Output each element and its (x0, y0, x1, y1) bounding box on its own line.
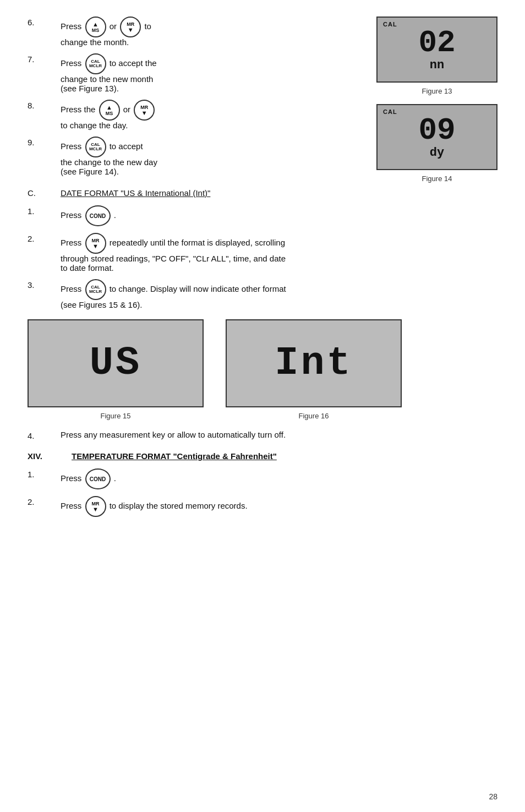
figure-14-sub: dy (430, 146, 444, 160)
item-9-text-before: Press (61, 141, 84, 151)
item-7-text-before: Press (61, 58, 84, 68)
figure-13-cal: CAL (383, 21, 397, 28)
figure-15-text: US (90, 341, 141, 386)
btn-mr-label-8: MR (140, 105, 148, 110)
two-col-layout: 6. Press ▲ MS or MR ▼ to change the mont… (28, 17, 497, 183)
item-6-text-before: Press (61, 21, 81, 31)
xiv-item-2-text-before: Press (61, 501, 84, 510)
item-8-text-before: Press the (61, 105, 98, 114)
c-item-2-number: 2. (28, 233, 61, 243)
figure-15-display: US (28, 319, 204, 407)
xiv-title: TEMPERATURE FORMAT "Centigrade & Fahrenh… (72, 451, 277, 461)
item-9-line3: (see Figure 14). (61, 167, 119, 176)
item-8: 8. Press the ▲ MS or MR ▼ to change the … (28, 100, 365, 130)
figure-14-digits: 09 (418, 115, 455, 146)
item-6-or: or (110, 21, 119, 31)
item-9-line2: the change to the new day (61, 157, 157, 167)
item-9-number: 9. (28, 137, 61, 147)
btn-cal-mclr-9[interactable]: CAL MCLR (85, 137, 106, 157)
section-xiv-heading: XIV. TEMPERATURE FORMAT "Centigrade & Fa… (28, 451, 497, 461)
xiv-item-1: 1. Press COND . (28, 468, 497, 489)
xiv-item-2: 2. Press MR ▼ to display the stored memo… (28, 496, 497, 517)
item-7-line2: change to the new month (61, 74, 153, 84)
item-4-number: 4. (28, 430, 61, 440)
figure-14-cal: CAL (383, 108, 397, 115)
page-content: 6. Press ▲ MS or MR ▼ to change the mont… (28, 17, 497, 517)
item-7: 7. Press CAL MCLR to accept the change t… (28, 53, 365, 93)
text-col-left: 6. Press ▲ MS or MR ▼ to change the mont… (28, 17, 365, 183)
btn-mr-down-8[interactable]: MR ▼ (134, 100, 155, 121)
btn-ms-up-8[interactable]: ▲ MS (99, 100, 120, 121)
xiv-item-1-number: 1. (28, 468, 61, 479)
c-item-2-line3: to date format. (61, 263, 114, 273)
c-item-1-number: 1. (28, 205, 61, 216)
c-item-1-content: Press COND . (61, 205, 497, 226)
figure-14-label: Figure 14 (422, 175, 452, 183)
btn-mclr-label-9: MCLR (89, 147, 102, 151)
item-4-text: Press any measurement key or allow to au… (61, 430, 286, 439)
btn-mr-label-xiv2: MR (92, 501, 100, 506)
btn-mr-label-c2: MR (92, 238, 100, 243)
btn-mr-label: MR (127, 21, 134, 27)
c-item-2-line2: through stored readings, "PC OFF", "CLr … (61, 254, 286, 263)
item-9-text-after: to accept (110, 141, 143, 151)
figure-13-digits: 02 (418, 28, 455, 58)
figure-13-sub: nn (430, 58, 444, 72)
item-8-line2: to change the day. (61, 121, 128, 130)
item-8-number: 8. (28, 100, 61, 110)
arrow-up-icon: ▲ (92, 21, 99, 28)
btn-mr-down-c2[interactable]: MR ▼ (85, 233, 106, 254)
c-item-2-text-after: repeatedly until the format is displayed… (110, 238, 285, 247)
figure-16-label: Figure 16 (299, 412, 329, 420)
btn-cond-xiv1[interactable]: COND (85, 468, 111, 489)
c-item-3-content: Press CAL MCLR to change. Display will n… (61, 279, 497, 309)
item-7-number: 7. (28, 53, 61, 64)
figure-15-col: US Figure 15 (28, 319, 204, 420)
btn-mclr-label-c3: MCLR (89, 290, 102, 294)
btn-cond-c1[interactable]: COND (85, 205, 111, 226)
c-item-3-number: 3. (28, 279, 61, 290)
item-9: 9. Press CAL MCLR to accept the change t… (28, 137, 365, 176)
item-6-text-after: to (144, 21, 151, 31)
c-item-1-text-before: Press (61, 210, 84, 220)
page-number: 28 (489, 792, 497, 801)
figure-16-text: Int (275, 341, 353, 386)
c-item-1: 1. Press COND . (28, 205, 497, 226)
figure-13-display: CAL 02 nn (376, 17, 497, 83)
item-6: 6. Press ▲ MS or MR ▼ to change the mont… (28, 17, 365, 47)
item-6-number: 6. (28, 17, 61, 27)
xiv-item-2-text-after: to display the stored memory records. (110, 501, 248, 510)
btn-cal-mclr-c3[interactable]: CAL MCLR (85, 279, 106, 300)
c-item-3-text-before: Press (61, 284, 84, 293)
xiv-item-1-content: Press COND . (61, 468, 497, 489)
xiv-item-2-number: 2. (28, 496, 61, 506)
c-item-3-text-after: to change. Display will now indicate oth… (110, 284, 286, 293)
btn-mr-down[interactable]: MR ▼ (120, 17, 141, 37)
section-c-heading: C. DATE FORMAT "US & International (Int)… (28, 188, 497, 198)
c-item-1-text-after: . (114, 210, 116, 220)
figures-13-14-col: CAL 02 nn Figure 13 CAL 09 dy Figure 14 (376, 17, 497, 183)
arrow-down-icon-xiv2: ▼ (92, 506, 99, 513)
item-8-or: or (123, 105, 133, 114)
arrow-up-icon-8: ▲ (106, 105, 112, 111)
figure-16-col: Int Figure 16 (226, 319, 402, 420)
c-item-2: 2. Press MR ▼ repeatedly until the forma… (28, 233, 497, 273)
item-6-line2: change the month. (61, 37, 129, 47)
btn-ms-label-8: MS (106, 111, 113, 116)
btn-mr-down-xiv2[interactable]: MR ▼ (85, 496, 106, 517)
item-6-content: Press ▲ MS or MR ▼ to change the month. (61, 17, 365, 47)
xiv-item-1-text-after: . (114, 473, 116, 483)
c-item-3: 3. Press CAL MCLR to change. Display wil… (28, 279, 497, 309)
btn-ms-up[interactable]: ▲ MS (85, 17, 106, 37)
c-item-2-text-before: Press (61, 238, 84, 247)
xiv-item-2-content: Press MR ▼ to display the stored memory … (61, 496, 497, 517)
item-4-content: Press any measurement key or allow to au… (61, 430, 497, 439)
arrow-down-icon: ▼ (128, 27, 134, 33)
figure-16-display: Int (226, 319, 402, 407)
c-item-2-content: Press MR ▼ repeatedly until the format i… (61, 233, 497, 273)
arrow-down-icon-c2: ▼ (92, 243, 99, 249)
btn-cal-mclr-7[interactable]: CAL MCLR (85, 53, 106, 74)
figures-15-16-row: US Figure 15 Int Figure 16 (28, 319, 497, 420)
figure-14-display: CAL 09 dy (376, 104, 497, 170)
item-9-content: Press CAL MCLR to accept the change to t… (61, 137, 365, 176)
